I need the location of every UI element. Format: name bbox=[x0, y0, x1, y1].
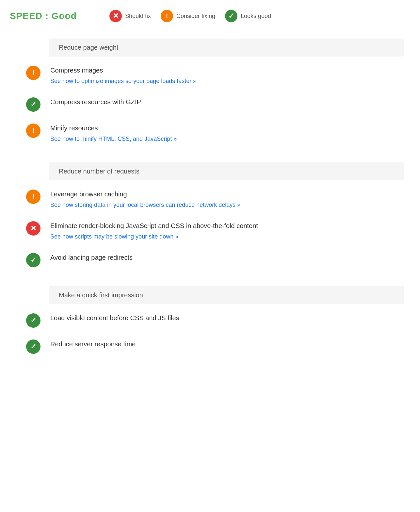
leverage-caching-status-icon bbox=[26, 190, 40, 204]
section-quick-impression: Make a quick first impression bbox=[49, 286, 404, 304]
load-visible-content-div: Load visible content before CSS and JS f… bbox=[50, 313, 404, 324]
compress-images-link[interactable]: See how to optimize images so your page … bbox=[50, 78, 196, 84]
leverage-caching-content: Leverage browser caching See how storing… bbox=[50, 190, 404, 209]
item-compress-gzip: Compress resources with GZIP bbox=[16, 91, 404, 118]
avoid-redirects-status-icon bbox=[26, 253, 40, 267]
looks-good-label: Looks good bbox=[241, 13, 271, 20]
avoid-redirects-content: Avoid landing page redirects bbox=[50, 253, 404, 264]
item-reduce-server-response: Reduce server response time bbox=[16, 334, 404, 360]
load-visible-status-icon bbox=[26, 313, 40, 328]
compress-images-content: Compress images See how to optimize imag… bbox=[50, 66, 404, 86]
load-visible-title: Load visible content before CSS and JS f… bbox=[50, 313, 404, 322]
looks-good-icon bbox=[225, 10, 237, 22]
should-fix-icon bbox=[109, 10, 122, 22]
render-blocking-status-icon bbox=[26, 221, 40, 236]
legend-should-fix: Should fix bbox=[109, 10, 151, 22]
leverage-caching-title: Leverage browser caching bbox=[50, 190, 404, 199]
legend-looks-good: Looks good bbox=[225, 10, 271, 22]
speed-status: Good bbox=[52, 11, 77, 21]
reduce-server-content: Reduce server response time bbox=[50, 339, 404, 351]
render-blocking-link[interactable]: See how scripts may be slowing your site… bbox=[50, 233, 178, 240]
compress-gzip-status-icon bbox=[26, 97, 40, 112]
item-compress-images: Compress images See how to optimize imag… bbox=[16, 60, 404, 91]
reduce-server-status-icon bbox=[26, 339, 40, 354]
compress-gzip-content: Compress resources with GZIP bbox=[50, 97, 404, 108]
legend: Should fix Consider fixing Looks good bbox=[109, 10, 271, 22]
legend-consider-fixing: Consider fixing bbox=[161, 10, 215, 22]
minify-resources-title: Minify resources bbox=[50, 124, 404, 133]
avoid-redirects-title: Avoid landing page redirects bbox=[50, 253, 404, 262]
consider-fixing-icon bbox=[161, 10, 173, 22]
section-reduce-page-weight: Reduce page weight bbox=[49, 39, 404, 57]
item-avoid-redirects: Avoid landing page redirects bbox=[16, 247, 404, 273]
content-area: Reduce page weight Compress images See h… bbox=[10, 39, 410, 360]
item-leverage-caching: Leverage browser caching See how storing… bbox=[16, 184, 404, 215]
reduce-server-title: Reduce server response time bbox=[50, 339, 404, 349]
compress-images-status-icon bbox=[26, 66, 40, 80]
compress-images-title: Compress images bbox=[50, 66, 404, 75]
leverage-caching-link[interactable]: See how storing data in your local brows… bbox=[50, 202, 240, 208]
page-header: SPEED : Good Should fix Consider fixing … bbox=[10, 7, 410, 32]
item-load-visible-content: Load visible content before CSS and JS f… bbox=[16, 307, 404, 334]
speed-title: SPEED : Good bbox=[10, 11, 77, 21]
item-render-blocking: Eliminate render-blocking JavaScript and… bbox=[16, 215, 404, 247]
render-blocking-content: Eliminate render-blocking JavaScript and… bbox=[50, 221, 404, 241]
item-minify-resources: Minify resources See how to minify HTML,… bbox=[16, 118, 404, 149]
section-reduce-requests: Reduce number of requests bbox=[49, 162, 404, 180]
speed-label: SPEED : bbox=[10, 11, 52, 21]
minify-resources-content: Minify resources See how to minify HTML,… bbox=[50, 124, 404, 143]
should-fix-label: Should fix bbox=[125, 13, 151, 20]
render-blocking-title: Eliminate render-blocking JavaScript and… bbox=[50, 221, 404, 230]
consider-fixing-label: Consider fixing bbox=[176, 13, 215, 20]
minify-resources-status-icon bbox=[26, 124, 40, 138]
compress-gzip-title: Compress resources with GZIP bbox=[50, 97, 404, 107]
minify-resources-link[interactable]: See how to minify HTML, CSS, and JavaScr… bbox=[50, 136, 177, 142]
